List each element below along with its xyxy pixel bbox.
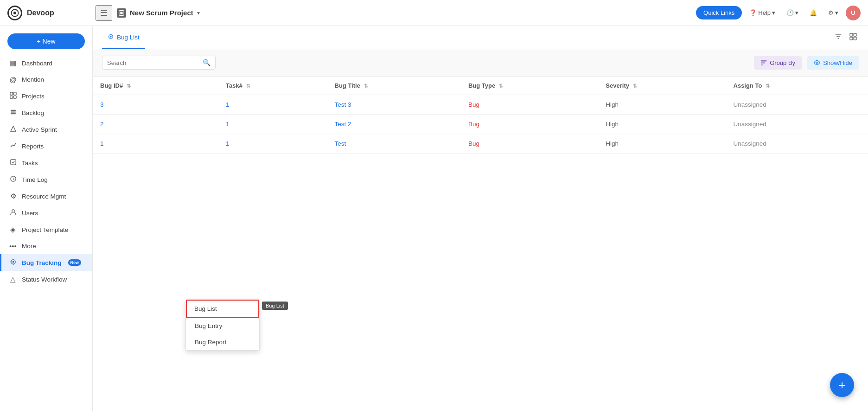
- show-hide-button[interactable]: Show/Hide: [807, 56, 859, 70]
- sidebar-item-label: Reports: [22, 143, 44, 150]
- svg-rect-29: [761, 64, 763, 66]
- col-bug-type: Bug Type ⇅: [461, 77, 598, 95]
- project-selector[interactable]: New Scrum Project ▾: [112, 6, 204, 20]
- search-input[interactable]: [107, 59, 200, 66]
- sidebar-item-active-sprint[interactable]: Active Sprint: [0, 121, 92, 138]
- dashboard-icon: ▦: [9, 59, 17, 67]
- sidebar-item-label: Projects: [22, 93, 45, 100]
- search-box[interactable]: 🔍: [102, 56, 216, 70]
- svg-rect-25: [850, 37, 853, 40]
- sidebar-item-tasks[interactable]: Tasks: [0, 154, 92, 171]
- sidebar-item-time-log[interactable]: Time Log: [0, 171, 92, 188]
- cell-bug-type: Bug: [461, 115, 598, 134]
- svg-point-22: [110, 36, 112, 38]
- sort-icon[interactable]: ⇅: [633, 83, 637, 89]
- backlog-icon: [9, 109, 17, 117]
- svg-rect-23: [850, 33, 853, 36]
- grid-view-button[interactable]: [848, 31, 859, 44]
- cell-bug-id: 1: [93, 134, 218, 154]
- svg-point-1: [13, 12, 16, 14]
- history-button[interactable]: 🕐 ▾: [783, 6, 802, 19]
- clock-icon: 🕐: [786, 9, 794, 16]
- help-button[interactable]: ❓ Help ▾: [746, 6, 779, 19]
- resource-mgmt-icon: ⚙: [9, 192, 17, 200]
- bug-tracking-new-badge: New: [68, 259, 82, 266]
- svg-point-14: [12, 210, 14, 212]
- user-avatar[interactable]: U: [846, 6, 861, 20]
- new-button[interactable]: + New: [7, 33, 85, 49]
- cell-assign-to: Unassigned: [726, 115, 868, 134]
- svg-marker-11: [10, 126, 15, 131]
- context-menu: Bug List Bug Entry Bug Report Bug List: [185, 299, 260, 351]
- new-btn-container: + New: [0, 26, 92, 55]
- sort-icon[interactable]: ⇅: [127, 83, 131, 89]
- context-menu-item-bug-list[interactable]: Bug List: [186, 300, 259, 318]
- project-chevron-icon: ▾: [197, 10, 200, 16]
- filter-button[interactable]: [833, 31, 844, 44]
- table-body: 3 1 Test 3 Bug High Unassigned 2 1 Test …: [93, 95, 868, 154]
- reports-icon: [9, 142, 17, 150]
- svg-rect-6: [10, 96, 13, 98]
- logo-area: Devoop: [7, 6, 96, 20]
- status-workflow-icon: △: [9, 275, 17, 283]
- sidebar-item-label: Bug Tracking: [22, 259, 62, 266]
- tab-bug-list-icon: [108, 33, 114, 41]
- content-area: Bug List 🔍 Group By: [93, 26, 868, 411]
- bug-table: Bug ID# ⇅ Task# ⇅ Bug Title ⇅ Bug Type: [93, 77, 868, 154]
- quick-links-button[interactable]: Quick Links: [696, 6, 742, 19]
- tab-bug-list[interactable]: Bug List: [102, 26, 145, 49]
- sort-icon[interactable]: ⇅: [499, 83, 503, 89]
- svg-point-16: [12, 261, 14, 263]
- project-name: New Scrum Project: [130, 9, 193, 17]
- main-layout: + New ▦ Dashboard @ Mention Projects: [0, 26, 868, 411]
- sidebar-item-backlog[interactable]: Backlog: [0, 104, 92, 121]
- sidebar-item-label: More: [22, 243, 36, 250]
- header-actions: Quick Links ❓ Help ▾ 🕐 ▾ 🔔 ⚙ ▾ U: [696, 6, 861, 20]
- sidebar-item-mention[interactable]: @ Mention: [0, 71, 92, 88]
- cell-task: 1: [218, 95, 327, 115]
- tab-bar-actions: [833, 31, 859, 44]
- context-menu-item-bug-report[interactable]: Bug Report: [186, 334, 259, 350]
- hamburger-button[interactable]: ☰: [96, 5, 112, 21]
- table-container: Bug ID# ⇅ Task# ⇅ Bug Title ⇅ Bug Type: [93, 77, 868, 411]
- sort-icon[interactable]: ⇅: [364, 83, 368, 89]
- svg-rect-10: [10, 113, 15, 114]
- more-icon: •••: [9, 242, 17, 250]
- cell-assign-to: Unassigned: [726, 134, 868, 154]
- table-row: 2 1 Test 2 Bug High Unassigned: [93, 115, 868, 134]
- col-bug-title: Bug Title ⇅: [327, 77, 461, 95]
- cell-bug-type: Bug: [461, 134, 598, 154]
- clock-chevron-icon: ▾: [795, 9, 798, 16]
- settings-button[interactable]: ⚙ ▾: [824, 6, 842, 19]
- sidebar-item-status-workflow[interactable]: △ Status Workflow: [0, 271, 92, 288]
- bug-tracking-icon: [9, 258, 17, 267]
- sidebar: + New ▦ Dashboard @ Mention Projects: [0, 26, 93, 411]
- sidebar-item-reports[interactable]: Reports: [0, 138, 92, 154]
- sidebar-item-resource-mgmt[interactable]: ⚙ Resource Mgmt: [0, 188, 92, 205]
- project-template-icon: ◈: [9, 225, 17, 234]
- sort-icon[interactable]: ⇅: [766, 83, 770, 89]
- svg-rect-27: [761, 60, 766, 62]
- sidebar-item-project-template[interactable]: ◈ Project Template: [0, 221, 92, 238]
- svg-rect-3: [120, 12, 122, 14]
- svg-rect-28: [761, 62, 765, 64]
- cell-bug-title: Test: [327, 134, 461, 154]
- group-by-button[interactable]: Group By: [754, 56, 802, 70]
- sidebar-item-more[interactable]: ••• More: [0, 238, 92, 254]
- notifications-button[interactable]: 🔔: [806, 6, 821, 19]
- fab-button[interactable]: +: [830, 373, 854, 397]
- sidebar-item-projects[interactable]: Projects: [0, 88, 92, 104]
- sidebar-nav: ▦ Dashboard @ Mention Projects Backlog: [0, 55, 92, 288]
- sidebar-item-bug-tracking[interactable]: Bug Tracking New: [0, 254, 92, 271]
- col-assign-to: Assign To ⇅: [726, 77, 868, 95]
- sidebar-item-label: Project Template: [22, 226, 68, 233]
- context-menu-item-bug-entry[interactable]: Bug Entry: [186, 318, 259, 334]
- svg-rect-8: [10, 110, 15, 111]
- project-icon: [117, 8, 126, 18]
- sort-icon[interactable]: ⇅: [246, 83, 250, 89]
- search-icon: 🔍: [203, 59, 211, 66]
- svg-rect-9: [10, 112, 15, 113]
- sidebar-item-dashboard[interactable]: ▦ Dashboard: [0, 55, 92, 71]
- sidebar-item-users[interactable]: Users: [0, 205, 92, 221]
- table-header-row: Bug ID# ⇅ Task# ⇅ Bug Title ⇅ Bug Type: [93, 77, 868, 95]
